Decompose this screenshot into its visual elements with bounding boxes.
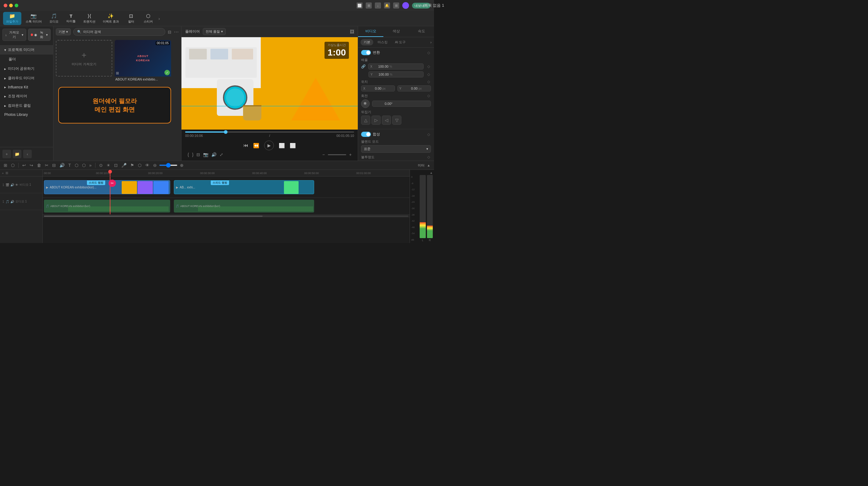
zoom-out-icon[interactable]: −	[322, 152, 325, 157]
tl-mic-icon[interactable]: 🎤	[120, 162, 128, 168]
sidebar-item-photos-library[interactable]: Photos Library	[0, 110, 53, 119]
notification-icon[interactable]: 🔔	[384, 2, 390, 8]
tl-magic-icon[interactable]: ⊙	[98, 162, 104, 168]
step-forward-icon[interactable]: ⬜	[279, 143, 285, 149]
play-button[interactable]: ▶	[264, 140, 274, 150]
more-options-btn[interactable]: ⋯	[174, 29, 179, 35]
scale-y-keyframe[interactable]: ◇	[426, 72, 431, 77]
split-icon[interactable]: ⊟	[196, 152, 200, 157]
toolbar-titles[interactable]: T 타이틀	[63, 12, 79, 25]
toolbar-audio[interactable]: 🎵 오디오	[46, 12, 62, 25]
tab-color[interactable]: 색상	[383, 26, 409, 37]
toolbar-file-import[interactable]: 📁 파일추가	[3, 12, 21, 25]
tl-audio-icon[interactable]: 🔊	[58, 162, 66, 168]
track-settings-icon[interactable]: ⊞	[5, 171, 8, 175]
record-button[interactable]: ◉ 녹화 ▾	[28, 29, 51, 41]
sidebar-item-media-share[interactable]: ▸ 미디어 공유하기	[0, 64, 53, 73]
progress-bar[interactable]	[185, 131, 354, 133]
tl-sun-icon[interactable]: ☀	[105, 162, 112, 168]
pos-x-input[interactable]: X px	[361, 85, 395, 92]
sidebar-item-folder[interactable]: 폴더	[0, 55, 53, 64]
scale-x-value[interactable]	[373, 65, 389, 68]
sidebar-add-btn[interactable]: +	[2, 150, 11, 158]
tl-eye-icon[interactable]: 👁	[144, 162, 151, 168]
scale-x-input[interactable]: X %	[368, 63, 424, 69]
flip-h2-btn[interactable]: ◁	[382, 116, 391, 125]
tl-select-icon[interactable]: ⬡	[10, 162, 16, 168]
video-clip-1[interactable]: 스피드 램핑 ▶ ABOUT KOREAN exhibition(kor)...	[44, 180, 170, 194]
bracket-left-icon[interactable]: {	[188, 152, 189, 157]
media-search-box[interactable]: 🔍 미디어 검색	[73, 28, 165, 36]
scale-x-keyframe[interactable]: ◇	[426, 64, 431, 69]
video-clip-2[interactable]: 스피드 램핑 ▶ AB... exhi...	[174, 180, 314, 194]
tl-minus-icon[interactable]: ⊖	[152, 162, 158, 168]
filter-icon-btn[interactable]: ⊟	[168, 30, 172, 34]
audio-music-icon[interactable]: 🎵	[5, 200, 9, 203]
position-keyframe[interactable]: ◇	[426, 79, 431, 84]
pos-y-input[interactable]: Y px	[397, 85, 431, 92]
video-eye-icon[interactable]: 👁	[15, 183, 18, 187]
tl-crop-icon[interactable]: ⬡	[73, 162, 80, 168]
sidebar-folder-btn[interactable]: 📁	[13, 150, 21, 158]
media-item-about-korean[interactable]: ABOUT KOREAN 00:01:05 ✓ ⊞ ABOUT KOREAN e…	[115, 40, 171, 82]
import-button[interactable]: ↓ 가져오기 ▾	[2, 29, 26, 41]
sidebar-collapse-btn[interactable]: ‹	[23, 150, 32, 158]
step-back-icon[interactable]: ⏪	[253, 143, 259, 149]
fullscreen-icon[interactable]: ⬜	[290, 143, 296, 149]
bracket-right-icon[interactable]: }	[192, 152, 194, 157]
tl-text-icon[interactable]: T	[67, 162, 72, 168]
flip-v2-btn[interactable]: ▽	[392, 116, 401, 125]
tl-cut-icon[interactable]: ✂	[43, 162, 50, 168]
tl-more-icon[interactable]: »	[88, 162, 93, 168]
quality-select[interactable]: 전체 품질 ▾	[203, 28, 226, 35]
subtab-masking[interactable]: 마스킹	[374, 39, 391, 45]
toolbar-filter[interactable]: ⊡ 필터	[123, 12, 139, 25]
tl-shield-icon[interactable]: ⊡	[113, 162, 119, 168]
maximize-button[interactable]	[14, 4, 18, 7]
tl-layers-icon[interactable]: ⬡	[136, 162, 143, 168]
tl-plus-icon[interactable]: ⊕	[179, 162, 185, 168]
toolbar-effects[interactable]: ✨ 이펙트 효과	[100, 12, 122, 25]
tl-zoom-slider[interactable]	[159, 165, 178, 166]
zoom-in-icon[interactable]: +	[349, 152, 352, 157]
audio-clip-1[interactable]: 🎵 ABOUT KOREAN exhibition(kor)	[44, 200, 170, 213]
subtab-ai-tools[interactable]: AI 도구	[392, 39, 409, 45]
subtab-basic[interactable]: 기본	[361, 39, 373, 45]
video-lock-icon[interactable]: 🎬	[5, 183, 9, 187]
tl-flag-icon[interactable]: ⚑	[129, 162, 135, 168]
opacity-keyframe[interactable]: ◇	[426, 155, 431, 159]
audio-speaker-icon[interactable]: 🔊	[10, 200, 14, 203]
tl-undo-icon[interactable]: ↩	[21, 162, 27, 168]
composite-keyframe-btn[interactable]: ◇	[426, 132, 431, 137]
zoom-slider[interactable]	[328, 154, 346, 155]
tl-delete-icon[interactable]: 🗑	[36, 162, 42, 168]
tl-mask-icon[interactable]: ⬡	[81, 162, 87, 168]
screen-icon[interactable]: ⬜	[356, 2, 363, 8]
rotation-keyframe[interactable]: ◇	[426, 93, 431, 98]
sidebar-item-cloud-media[interactable]: ▸ 클라우드 미디어	[0, 73, 53, 83]
pos-y-value[interactable]	[402, 87, 417, 90]
screenshot-icon[interactable]: 🖼	[350, 29, 354, 34]
tab-speed[interactable]: 속도	[409, 26, 434, 37]
composite-toggle[interactable]	[361, 132, 371, 137]
pos-x-value[interactable]	[366, 87, 381, 90]
scroll-thumb[interactable]	[44, 216, 262, 217]
sidebar-item-compound-clip[interactable]: ▸ 컴파운드 클립	[0, 101, 53, 110]
grid-icon[interactable]: ⊞	[393, 2, 399, 8]
transform-toggle[interactable]	[361, 50, 371, 55]
timeline-scrollbar[interactable]	[43, 215, 410, 218]
sidebar-item-influence-kit[interactable]: ▸ Influence Kit	[0, 83, 53, 92]
tl-redo-icon[interactable]: ↪	[28, 162, 34, 168]
add-track-icon[interactable]: +	[2, 171, 4, 175]
user-avatar[interactable]	[402, 2, 409, 9]
toolbar-more-chevron[interactable]: ›	[159, 16, 160, 21]
media-add-item[interactable]: + 미디어 가져오기	[56, 40, 112, 76]
video-speaker-icon[interactable]: 🔊	[10, 183, 14, 187]
minimize-button[interactable]	[9, 4, 13, 7]
toolbar-stock-media[interactable]: 📷 스톡 미디어	[23, 12, 45, 25]
cut-marker[interactable]: ✂	[108, 180, 116, 187]
toolbar-transitions[interactable]: ⟩⟨ 트랜지션	[80, 12, 98, 25]
tab-video[interactable]: 비디오	[358, 26, 383, 37]
sidebar-item-project-media[interactable]: ▾ 프로젝트 미디어	[0, 45, 53, 55]
tl-grid-icon[interactable]: ⊞	[2, 162, 8, 168]
